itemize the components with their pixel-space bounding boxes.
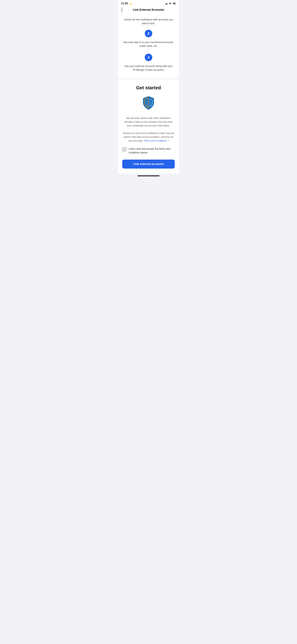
terms-description: Review our terms and conditions to learn… (122, 131, 175, 142)
step-3-badge: 3 (145, 54, 152, 61)
step-3-container: 3 See your external accounts along with … (123, 54, 174, 72)
status-icons: 36 (165, 2, 176, 5)
back-button[interactable]: ‹ (121, 8, 123, 12)
page-title: Link External Accounts (133, 8, 164, 12)
terms-checkbox-row: I have read and accept the terms and con… (122, 147, 175, 154)
section-divider (118, 78, 179, 80)
status-bar: 11:25 🌙 36 (118, 0, 179, 6)
home-indicator (137, 176, 160, 176)
moon-icon: 🌙 (129, 2, 132, 5)
nav-bar: ‹ Link External Accounts (118, 6, 179, 14)
get-started-section: Get started We securely connect with oth… (118, 80, 179, 174)
battery-icon: 36 (173, 2, 176, 5)
terms-checkbox[interactable] (122, 147, 126, 152)
status-time: 11:25 (121, 2, 128, 5)
shield-icon (141, 96, 156, 112)
step-2-container: 2 Securely sign in to your investment ac… (123, 30, 174, 52)
terms-link[interactable]: Terms and Conditions (144, 139, 169, 142)
signal-bars-icon (165, 2, 168, 4)
security-description: We securely connect with other instituti… (122, 116, 175, 128)
steps-card: Search for the institutions with account… (118, 14, 179, 78)
top-description: Search for the institutions with account… (123, 18, 174, 25)
get-started-title: Get started (136, 85, 161, 90)
step-2-badge: 2 (145, 30, 152, 37)
step-2-description: Securely sign in to your investment acco… (123, 40, 174, 48)
wifi-icon (169, 2, 172, 5)
step-3-description: See your external accounts along with yo… (123, 64, 174, 72)
checkbox-label: I have read and accept the terms and con… (129, 147, 175, 154)
link-external-accounts-button[interactable]: Link external accounts (122, 160, 175, 168)
